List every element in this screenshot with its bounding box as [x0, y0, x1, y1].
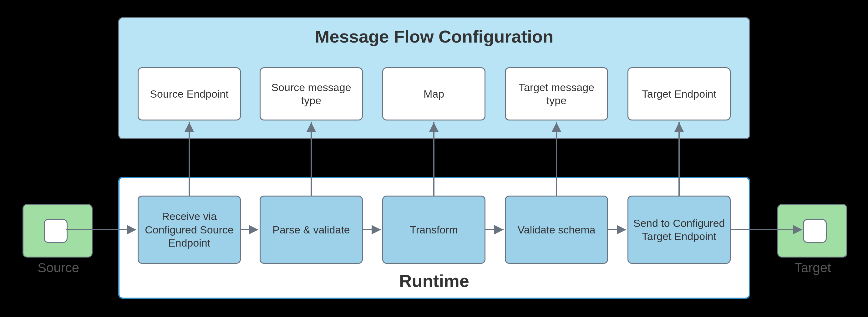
config-node-map: Map	[382, 67, 486, 120]
runtime-node-label: Validate schema	[518, 223, 595, 237]
source-label: Source	[37, 260, 79, 276]
diagram-canvas: Message Flow Configuration Source Endpoi…	[0, 0, 868, 317]
runtime-node-label: Parse & validate	[273, 223, 350, 237]
source-port-icon	[44, 219, 68, 243]
config-node-label: Target Endpoint	[642, 87, 716, 101]
config-node-label: Source message type	[265, 81, 358, 107]
config-node-target-endpoint: Target Endpoint	[627, 67, 731, 120]
runtime-node-receive: Receive via Configured Source Endpoint	[137, 196, 241, 264]
config-node-target-message-type: Target message type	[505, 67, 608, 120]
runtime-node-label: Transform	[410, 223, 458, 237]
runtime-node-validate: Validate schema	[505, 196, 608, 264]
config-node-label: Map	[424, 87, 444, 101]
runtime-panel-title: Runtime	[120, 270, 749, 292]
runtime-node-transform: Transform	[382, 196, 486, 264]
runtime-node-label: Receive via Configured Source Endpoint	[143, 210, 236, 250]
runtime-node-send: Send to Configured Target Endpoint	[627, 196, 731, 264]
config-panel-title: Message Flow Configuration	[119, 26, 749, 48]
config-node-source-message-type: Source message type	[259, 67, 363, 120]
runtime-node-parse: Parse & validate	[259, 196, 363, 264]
config-node-label: Target message type	[510, 81, 603, 107]
runtime-node-label: Send to Configured Target Endpoint	[633, 217, 725, 243]
config-node-label: Source Endpoint	[150, 87, 228, 101]
target-port-icon	[803, 219, 827, 243]
target-label: Target	[795, 260, 831, 276]
config-node-source-endpoint: Source Endpoint	[137, 67, 241, 120]
